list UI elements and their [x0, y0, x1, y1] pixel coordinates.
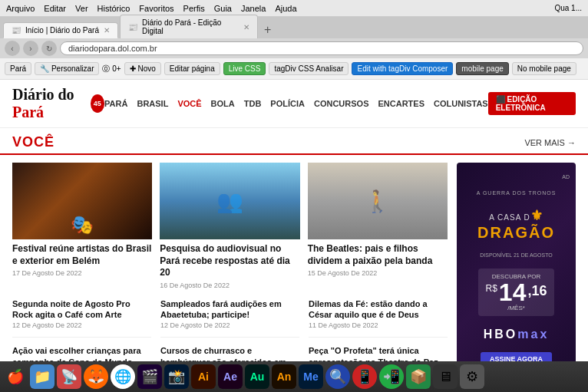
dock-premiere[interactable]: 🎬 [137, 364, 162, 389]
dock-illustrator[interactable]: Ai [191, 364, 216, 389]
tab-close-button[interactable]: ✕ [104, 26, 110, 35]
content-area: Festival reúne artistas do Brasil e exte… [0, 163, 588, 392]
new-tab-button[interactable]: + [259, 21, 276, 38]
ad-period: /MÊS* [486, 305, 547, 311]
dock-media[interactable]: Me [299, 364, 323, 389]
nav-encartes[interactable]: ENCARTES [378, 99, 425, 108]
dock-app5[interactable]: 🖥 [433, 364, 458, 389]
sec-date-1-1: 12 De Agosto De 2022 [12, 321, 151, 329]
dock-app4[interactable]: 📦 [406, 364, 431, 389]
toolbar-mobile[interactable]: mobile page [456, 62, 508, 75]
nav-bola[interactable]: BOLA [211, 99, 235, 108]
dock-finder[interactable]: 🍎 [3, 364, 28, 389]
ad-tag: AD [562, 174, 570, 180]
menu-janela[interactable]: Janela [241, 4, 266, 13]
menu-guia[interactable]: Guia [214, 4, 232, 13]
tab2-close-button[interactable]: ✕ [243, 23, 249, 31]
ad-show-title: A GUERRA DOS TRONOS [477, 190, 557, 196]
browser-tab-active[interactable]: 📰 Início | Diário do Pará ✕ [3, 22, 118, 38]
site-logo: Diário do Pará 45 [12, 86, 104, 121]
article-1-title: Festival reúne artistas do Brasil e exte… [12, 243, 152, 267]
featured-article-2[interactable]: 👥 Pesquisa do audiovisual no Pará recebe… [160, 163, 299, 289]
nav-policia[interactable]: POLÍCIA [270, 99, 305, 108]
ver-mais-link[interactable]: VER MAIS → [524, 138, 576, 147]
dock-app6[interactable]: ⚙ [460, 364, 484, 389]
toolbar-counter: ⓪ 0+ [102, 64, 121, 74]
ad-decimal: ,16 [527, 283, 547, 299]
site-header: Diário do Pará 45 PARÁ BRASIL VOCÊ BOLA … [0, 80, 588, 128]
ad-box[interactable]: AD A GUERRA DOS TRONOS A CASA D⚜ DRAGÃO … [457, 163, 576, 377]
dock-app2[interactable]: 📱 [352, 364, 377, 389]
ad-dragon: DRAGÃO [477, 224, 555, 242]
article-1-image [12, 163, 152, 239]
ad-disponivel: DISPONÍVEL 21 DE AGOSTO [480, 252, 553, 258]
toolbar-edit-page[interactable]: Editar página [164, 62, 220, 75]
ad-sidebar: AD A GUERRA DOS TRONOS A CASA D⚜ DRAGÃO … [457, 163, 576, 392]
browser-tab-2[interactable]: 📰 Diário do Pará - Edição Digital ✕ [120, 15, 258, 38]
sec-date-3-1: 11 De Agosto De 2022 [309, 321, 448, 329]
toolbar-new[interactable]: ✚ Novo [124, 62, 161, 75]
nav-brasil[interactable]: BRASIL [137, 99, 168, 108]
address-text: diariodopara.dol.com.br [68, 44, 575, 53]
featured-article-1[interactable]: Festival reúne artistas do Brasil e exte… [12, 163, 152, 289]
ad-title: A CASA D⚜ DRAGÃO [477, 207, 555, 242]
menu-editar[interactable]: Editar [44, 4, 66, 13]
website: Diário do Pará 45 PARÁ BRASIL VOCÊ BOLA … [0, 80, 588, 392]
article-2-image: 👥 [160, 163, 299, 239]
dock-firefox[interactable]: 🦊 [84, 364, 108, 389]
article-3-date: 15 De Agosto De 2022 [308, 269, 448, 277]
refresh-button[interactable]: ↻ [41, 41, 57, 56]
address-bar[interactable]: diariodopara.dol.com.br [60, 41, 583, 55]
ad-currency: R$ [486, 283, 497, 294]
back-button[interactable]: ‹ [5, 41, 20, 56]
dock-animate[interactable]: An [272, 364, 296, 389]
dock-filezilla[interactable]: 📡 [57, 364, 81, 389]
os-status: Qua 1... [554, 4, 582, 12]
main-articles: Festival reúne artistas do Brasil e exte… [12, 163, 448, 392]
nav-concursos[interactable]: CONCURSOS [314, 99, 369, 108]
ad-title-prefix: A CASA D⚜ [477, 207, 555, 224]
secondary-item-3-1[interactable]: Dilemas da Fé: estão dando a César aquil… [309, 298, 448, 338]
dock-search[interactable]: 🔍 [325, 364, 350, 389]
toolbar-live-css[interactable]: Live CSS [223, 62, 266, 75]
menu-historico[interactable]: Histórico [97, 4, 130, 13]
sec-title-1-1: Segunda noite de Agosto Pro Rock agita o… [12, 298, 151, 321]
menu-ver[interactable]: Ver [75, 4, 88, 13]
dock-photoshop[interactable]: 📸 [164, 364, 189, 389]
featured-article-3[interactable]: 🚶 The Beatles: pais e filhos dividem a p… [308, 163, 448, 289]
logo-diario: Diário do [12, 86, 74, 103]
menu-favoritos[interactable]: Favoritos [139, 4, 173, 13]
article-2-date: 16 De Agosto De 2022 [160, 282, 299, 289]
menu-ajuda[interactable]: Ajuda [275, 4, 296, 13]
nav-colunistas[interactable]: COLUNISTAS [434, 99, 488, 108]
ad-amount: 14 [499, 280, 527, 305]
toolbar-no-mobile[interactable]: No mobile page [512, 62, 576, 75]
sec-title-3-1: Dilemas da Fé: estão dando a César aquil… [309, 298, 448, 321]
menu-perfis[interactable]: Perfis [183, 4, 205, 13]
dock-app3[interactable]: 📲 [379, 364, 404, 389]
dock-aftereffects[interactable]: Ae [218, 364, 243, 389]
toolbar-tagdiv[interactable]: tagDiv CSS Analisar [269, 62, 349, 75]
edition-button[interactable]: ⬛ EDIÇÃO ELETRÔNICA [488, 92, 576, 115]
secondary-item-1-1[interactable]: Segunda noite de Agosto Pro Rock agita o… [12, 298, 151, 338]
nav-para[interactable]: PARÁ [104, 99, 127, 108]
nav-tdb[interactable]: TDB [244, 99, 262, 108]
tab2-label: Diário do Pará - Edição Digital [142, 18, 239, 35]
menu-arquivo[interactable]: Arquivo [6, 4, 35, 13]
logo-years: 45 [91, 94, 104, 113]
logo-text: Diário do Pará [12, 86, 88, 121]
browser-tabs: 📰 Início | Diário do Pará ✕ 📰 Diário do … [0, 17, 588, 38]
toolbar-composer[interactable]: Edit with tagDiv Composer [352, 62, 453, 75]
featured-articles: Festival reúne artistas do Brasil e exte… [12, 163, 448, 289]
nav-voce[interactable]: VOCÊ [177, 99, 201, 108]
secondary-item-2-1[interactable]: Sampleados fará audições em Abaetetuba; … [160, 298, 299, 338]
dock-finder2[interactable]: 📁 [30, 364, 55, 389]
ad-price: R$ 14 ,16 [486, 280, 547, 305]
toolbar-personalize[interactable]: 🔧 Personalizar [35, 62, 99, 75]
dock-chrome[interactable]: 🌐 [111, 364, 135, 389]
browser-chrome: 📰 Início | Diário do Pará ✕ 📰 Diário do … [0, 17, 588, 58]
forward-button[interactable]: › [23, 41, 38, 56]
dock-audition[interactable]: Au [245, 364, 269, 389]
wp-toolbar: Pará 🔧 Personalizar ⓪ 0+ ✚ Novo Editar p… [0, 58, 588, 80]
tab-favicon: 📰 [12, 26, 21, 35]
